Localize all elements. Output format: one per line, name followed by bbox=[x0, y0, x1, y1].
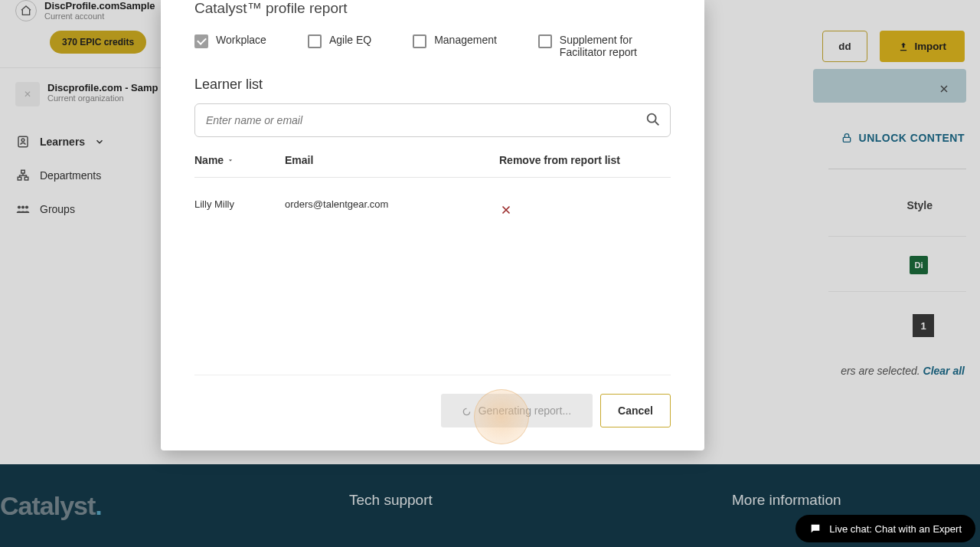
learner-list-heading: Learner list bbox=[194, 77, 671, 93]
check-management-label: Management bbox=[434, 34, 497, 46]
table-header: Name Email Remove from report list bbox=[194, 154, 671, 178]
col-remove: Remove from report list bbox=[499, 154, 671, 166]
chat-prefix: Live chat: bbox=[829, 523, 872, 535]
checkbox-icon[interactable] bbox=[308, 34, 322, 48]
search-icon[interactable] bbox=[645, 111, 662, 128]
checkbox-icon[interactable] bbox=[413, 34, 426, 48]
live-chat-button[interactable]: Live chat: Chat with an Expert bbox=[795, 515, 975, 542]
remove-icon[interactable] bbox=[499, 203, 671, 217]
generating-label: Generating report... bbox=[479, 405, 571, 417]
check-agile-label: Agile EQ bbox=[329, 34, 371, 46]
col-name-label: Name bbox=[194, 154, 224, 166]
learner-search-input[interactable] bbox=[194, 103, 671, 137]
modal-footer: Generating report... Cancel bbox=[194, 375, 671, 427]
check-workplace[interactable]: Workplace bbox=[194, 34, 266, 48]
checkbox-checked-icon[interactable] bbox=[194, 34, 208, 48]
chat-icon bbox=[809, 522, 822, 535]
row-name: Lilly Milly bbox=[194, 198, 285, 210]
col-email[interactable]: Email bbox=[285, 154, 499, 166]
generating-button: Generating report... bbox=[441, 394, 593, 427]
svg-point-9 bbox=[648, 114, 656, 123]
check-management[interactable]: Management bbox=[413, 34, 497, 48]
profile-report-modal: Catalyst™ profile report Workplace Agile… bbox=[161, 0, 704, 450]
row-email: orders@talentgear.com bbox=[285, 198, 499, 210]
spinner-icon bbox=[462, 408, 471, 416]
checkbox-icon[interactable] bbox=[538, 34, 552, 48]
check-agile[interactable]: Agile EQ bbox=[308, 34, 371, 48]
cancel-button[interactable]: Cancel bbox=[600, 394, 671, 427]
col-name[interactable]: Name bbox=[194, 154, 285, 166]
sort-desc-icon bbox=[227, 156, 234, 164]
check-supplement-label: Supplement for Facilitator report bbox=[560, 34, 645, 58]
chat-text: Chat with an Expert bbox=[875, 523, 962, 535]
report-type-checks: Workplace Agile EQ Management Supplement… bbox=[194, 34, 671, 58]
check-workplace-label: Workplace bbox=[216, 34, 266, 46]
table-row: Lilly Milly orders@talentgear.com bbox=[194, 178, 671, 231]
modal-title: Catalyst™ profile report bbox=[194, 0, 671, 17]
check-supplement[interactable]: Supplement for Facilitator report bbox=[538, 34, 645, 58]
search-wrap bbox=[194, 103, 671, 137]
